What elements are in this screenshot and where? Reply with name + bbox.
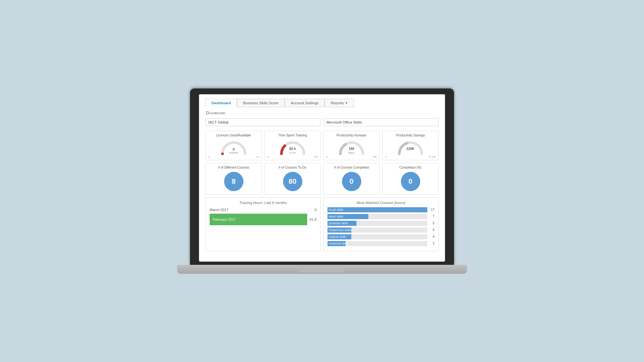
time-sublabel: 42 min	[289, 152, 296, 154]
nav-tabs: Dashboard Business Skills Score Account …	[205, 99, 439, 107]
training-hours-title: Training Hours: Last 6 months	[210, 201, 317, 205]
course-bar-label: OneDrive Skills	[329, 242, 349, 245]
course-bar-label: PowerPoint Skills	[329, 228, 351, 232]
course-value: 3	[429, 242, 434, 245]
prod-increase-gauge: 199 day(s)	[337, 139, 366, 155]
different-courses-title: # of Different Courses	[208, 166, 260, 169]
org-select[interactable]: IACT Global	[205, 118, 320, 126]
course-bar-bg: OneDrive Skills	[327, 241, 427, 246]
app-content: Dashboard Business Skills Score Account …	[199, 94, 445, 258]
licences-gauge: 0 available	[219, 139, 248, 155]
course-bar-fill: OneNote Skills	[327, 221, 356, 226]
different-courses-value: 8	[224, 172, 243, 191]
courses-todo-title: # of Courses To Do	[267, 166, 318, 169]
trackpad	[299, 267, 345, 273]
time-title: Time Spent Training	[267, 134, 318, 137]
course-bar-fill: Excel Skills	[327, 207, 427, 212]
training-hours-card: Training Hours: Last 6 months March 2017…	[205, 197, 321, 251]
course-bar-bg: Word Skills	[327, 214, 427, 219]
prod-increase-sublabel: day(s)	[348, 152, 355, 154]
completion-pct-card: Completion [%] 0	[382, 163, 439, 195]
course-bar-label: Outlook Skills	[329, 235, 346, 238]
training-row-march: March 2017 0	[210, 208, 317, 212]
course-bar-fill: OneDrive Skills	[327, 241, 346, 246]
completion-pct-value: 0	[401, 172, 420, 191]
completion-pct-title: Completion [%]	[384, 166, 436, 169]
march-value: 0	[315, 208, 317, 212]
course-value: 17	[429, 208, 434, 211]
list-item: Word Skills7	[327, 214, 434, 219]
course-bar-bg: Excel Skills	[327, 207, 427, 212]
screen-bezel: Dashboard Business Skills Score Account …	[190, 88, 454, 265]
training-bar-row-feb: February 2017 41.9	[210, 214, 317, 225]
page-title: Dashboard	[205, 110, 439, 115]
list-item: OneNote Skills5	[327, 221, 434, 226]
prod-savings-value: £29K	[407, 147, 414, 151]
time-gauge: 83 h 42 min	[278, 139, 307, 155]
list-item: Excel Skills17	[327, 207, 434, 212]
prod-savings-title: Productivity Savings	[384, 134, 436, 137]
licences-title: Licences Used/Available	[208, 134, 260, 137]
time-card: Time Spent Training 83 h 42 min 0320	[264, 131, 321, 160]
feb-bar: February 2017	[210, 214, 307, 225]
time-minmax: 0320	[267, 156, 318, 158]
laptop: Dashboard Business Skills Score Account …	[190, 88, 454, 274]
licences-card: Licences Used/Available 0 available	[205, 131, 262, 160]
course-bar-label: OneNote Skills	[329, 222, 348, 225]
course-bar-bg: OneNote Skills	[327, 221, 427, 226]
march-label: March 2017	[210, 208, 235, 212]
course-value: 5	[429, 221, 434, 225]
tab-reports[interactable]: Reports ▼	[325, 99, 354, 107]
different-courses-card: # of Different Courses 8	[205, 163, 262, 195]
tab-business-skills[interactable]: Business Skills Score	[237, 99, 285, 107]
course-value: 7	[429, 215, 434, 218]
licences-value: 0	[232, 147, 234, 151]
courses-completed-value: 0	[342, 172, 361, 191]
course-list: Excel Skills17Word Skills7OneNote Skills…	[327, 207, 434, 246]
feb-value: 41.9	[310, 218, 317, 221]
prod-increase-value: 199	[349, 147, 354, 151]
count-cards-grid: # of Different Courses 8 # of Courses To…	[205, 163, 439, 195]
selects-row: IACT Global Microsoft Office Skills	[205, 118, 439, 126]
tab-dashboard[interactable]: Dashboard	[205, 99, 237, 107]
course-value: 4	[429, 228, 434, 232]
prod-savings-minmax: 072 152	[384, 156, 436, 158]
skills-select[interactable]: Microsoft Office Skills	[324, 118, 439, 126]
licences-sublabel: available	[229, 152, 238, 154]
list-item: Outlook Skills4	[327, 234, 434, 239]
prod-increase-card: Productivity Increase 199 day(s) 0622	[323, 131, 380, 160]
keyboard-base	[177, 265, 467, 274]
licences-minmax: 010	[208, 156, 260, 158]
course-bar-fill: Word Skills	[327, 214, 368, 219]
course-bar-fill: PowerPoint Skills	[327, 227, 351, 233]
courses-todo-card: # of Courses To Do 80	[264, 163, 321, 195]
course-bar-bg: Outlook Skills	[327, 234, 427, 239]
list-item: OneDrive Skills3	[327, 241, 434, 246]
screen: Dashboard Business Skills Score Account …	[199, 94, 445, 262]
courses-todo-value: 80	[283, 172, 302, 191]
most-watched-card: Most Watched Courses [hours] Excel Skill…	[323, 197, 439, 251]
list-item: PowerPoint Skills4	[327, 227, 434, 233]
most-watched-title: Most Watched Courses [hours]	[327, 201, 434, 205]
time-value: 83 h	[289, 147, 296, 151]
tab-account-settings[interactable]: Account Settings	[285, 99, 325, 107]
course-bar-bg: PowerPoint Skills	[327, 227, 427, 233]
prod-savings-card: Productivity Savings £29K 072 152	[382, 131, 439, 160]
prod-increase-title: Productivity Increase	[326, 134, 377, 137]
course-value: 4	[429, 235, 434, 238]
bottom-grid: Training Hours: Last 6 months March 2017…	[205, 197, 439, 251]
dropdown-arrow-icon: ▼	[345, 101, 348, 105]
prod-increase-minmax: 0622	[326, 156, 377, 158]
prod-savings-gauge: £29K	[396, 139, 425, 155]
courses-completed-card: # of Courses Completed 0	[323, 163, 380, 195]
gauge-cards-grid: Licences Used/Available 0 available	[205, 131, 439, 160]
course-bar-label: Word Skills	[329, 215, 343, 218]
courses-completed-title: # of Courses Completed	[326, 166, 377, 169]
course-bar-fill: Outlook Skills	[327, 234, 351, 239]
course-bar-label: Excel Skills	[329, 208, 344, 211]
